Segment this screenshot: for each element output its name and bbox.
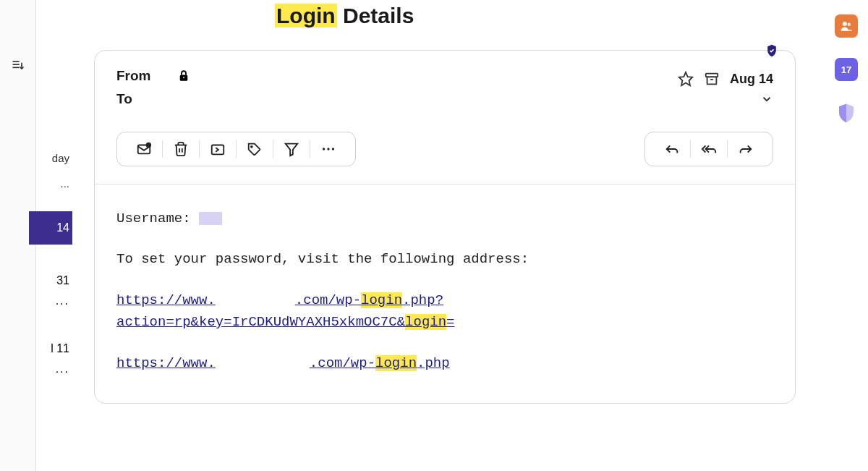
email-card: From To	[94, 50, 796, 404]
svg-point-15	[323, 148, 325, 150]
lock-icon	[177, 69, 190, 82]
chevron-down-icon[interactable]	[760, 93, 773, 106]
reply-all-button[interactable]	[691, 138, 727, 160]
svg-point-4	[183, 77, 184, 78]
sort-icon[interactable]	[11, 58, 25, 72]
svg-point-19	[848, 23, 851, 27]
star-icon[interactable]	[678, 71, 694, 87]
more-button[interactable]	[310, 138, 346, 160]
login-link[interactable]: https://www..com/wp-login.php	[116, 355, 450, 371]
archive-icon[interactable]	[704, 71, 720, 87]
calendar-app-icon[interactable]: 17	[835, 58, 858, 81]
svg-point-13	[251, 146, 252, 148]
shield-app-icon[interactable]	[835, 101, 858, 124]
delete-button[interactable]	[163, 138, 199, 160]
svg-rect-6	[706, 74, 718, 77]
email-date: Aug 14	[730, 72, 773, 87]
filter-button[interactable]	[273, 138, 310, 160]
reply-button[interactable]	[654, 138, 690, 160]
mark-unread-button[interactable]	[126, 138, 162, 160]
right-rail: 17	[825, 0, 868, 471]
toolbar-row	[95, 120, 795, 184]
to-label: To	[116, 91, 160, 107]
svg-point-16	[327, 148, 329, 150]
label-button[interactable]	[237, 138, 273, 160]
from-label: From	[116, 68, 160, 84]
svg-marker-14	[286, 144, 298, 156]
svg-marker-5	[679, 72, 692, 85]
email-header: From To	[95, 51, 795, 120]
reply-toolbar	[644, 132, 773, 166]
svg-point-17	[332, 148, 334, 150]
verified-badge-icon	[765, 43, 779, 58]
main-content: Login Details From	[36, 0, 825, 471]
reset-link[interactable]: https://www..com/wp-login.php?action=rp&…	[116, 292, 455, 330]
page-title: Login Details	[275, 4, 825, 28]
forward-button[interactable]	[728, 138, 764, 160]
username-label: Username:	[116, 211, 199, 226]
email-body: Username: To set your password, visit th…	[95, 184, 795, 403]
contacts-app-icon[interactable]	[835, 14, 858, 38]
svg-point-18	[843, 22, 847, 26]
instruction-text: To set your password, visit the followin…	[116, 248, 773, 270]
svg-point-9	[147, 143, 151, 148]
move-button[interactable]	[200, 138, 236, 160]
redacted-username	[199, 212, 222, 225]
action-toolbar	[116, 132, 356, 166]
